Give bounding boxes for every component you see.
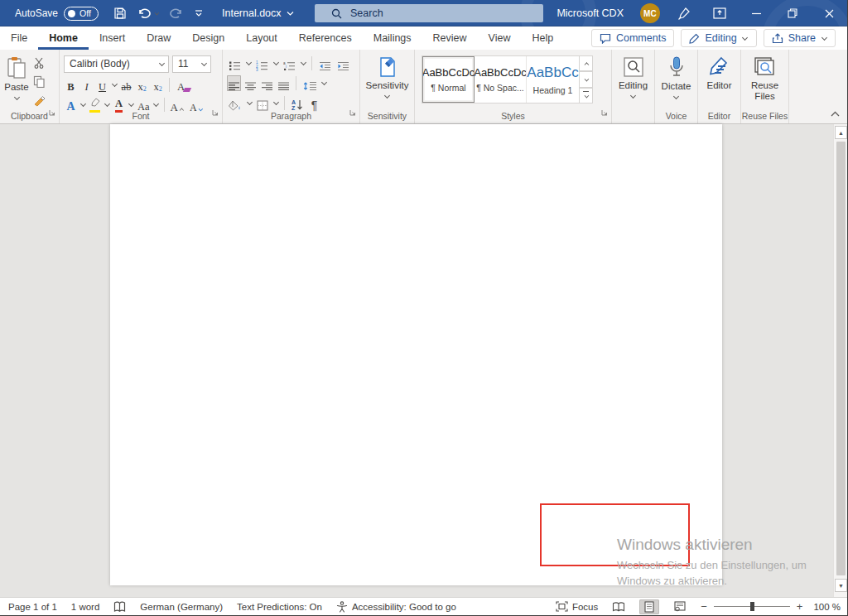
restore-button[interactable] — [774, 0, 811, 26]
font-dialog-launcher-icon[interactable] — [211, 105, 219, 120]
align-right-button[interactable] — [260, 75, 274, 91]
line-spacing-button[interactable] — [301, 75, 318, 91]
numbering-button[interactable]: 123 — [254, 55, 270, 71]
accessibility-status[interactable]: Accessibility: Good to go — [336, 601, 456, 613]
sensitivity-button[interactable]: Sensitivity — [360, 54, 414, 99]
pen-ink-icon[interactable] — [667, 0, 701, 26]
bullets-button[interactable] — [227, 55, 243, 71]
document-title[interactable]: Internal.docx — [222, 0, 294, 26]
subscript-button[interactable]: x2 — [135, 77, 149, 93]
print-layout-button[interactable] — [639, 599, 659, 614]
scrollbar-thumb[interactable] — [836, 142, 846, 575]
focus-mode-button[interactable]: Focus — [556, 601, 598, 612]
collapse-ribbon-button[interactable] — [830, 107, 841, 122]
scroll-up-button[interactable]: ▲ — [835, 126, 847, 139]
search-input[interactable]: Search — [315, 4, 543, 22]
superscript-button[interactable]: x2 — [151, 77, 165, 93]
line-spacing-chevron-icon[interactable] — [320, 79, 327, 86]
zoom-slider-thumb[interactable] — [750, 602, 754, 611]
grow-font-button[interactable]: A — [169, 97, 186, 113]
dictate-button[interactable]: Dictate — [655, 54, 697, 100]
font-family-combobox[interactable]: Calibri (Body) — [64, 55, 169, 73]
italic-button[interactable]: I — [80, 77, 94, 93]
tab-insert[interactable]: Insert — [89, 26, 136, 50]
zoom-out-button[interactable]: − — [701, 600, 707, 613]
multilevel-chevron-icon[interactable] — [300, 60, 306, 66]
styles-more-button[interactable] — [580, 88, 593, 103]
align-center-button[interactable] — [243, 75, 258, 91]
page-indicator[interactable]: Page 1 of 1 — [8, 602, 57, 612]
shrink-font-button[interactable]: A — [188, 97, 205, 113]
align-left-button[interactable] — [227, 75, 241, 91]
font-color-button[interactable]: A — [112, 97, 126, 113]
change-case-button[interactable]: Aa — [136, 97, 152, 113]
tab-mailings[interactable]: Mailings — [363, 26, 422, 50]
shading-chevron-icon[interactable] — [246, 99, 253, 106]
styles-scroll-up-button[interactable] — [580, 55, 593, 71]
multilevel-list-button[interactable]: ai — [282, 55, 297, 71]
show-hide-marks-button[interactable]: ¶ — [307, 95, 321, 111]
justify-button[interactable] — [277, 75, 291, 91]
tab-draw[interactable]: Draw — [136, 26, 181, 50]
tab-references[interactable]: References — [288, 26, 363, 50]
proofing-status-icon[interactable] — [113, 601, 126, 613]
minimize-button[interactable] — [738, 0, 774, 26]
editing-button[interactable]: Editing — [612, 54, 654, 99]
share-button[interactable]: Share — [764, 29, 836, 47]
style-normal[interactable]: AaBbCcDc ¶ Normal — [422, 56, 475, 103]
styles-scroll-down-button[interactable] — [580, 71, 593, 87]
zoom-level[interactable]: 100 % — [813, 602, 841, 612]
highlight-chevron-icon[interactable] — [104, 101, 110, 108]
sort-button[interactable]: A Z — [290, 95, 305, 111]
format-painter-button[interactable] — [33, 94, 46, 110]
styles-dialog-launcher-icon[interactable] — [600, 105, 609, 120]
autosave-pill[interactable]: Off — [64, 7, 99, 21]
language-indicator[interactable]: German (Germany) — [140, 602, 223, 612]
comments-button[interactable]: Comments — [591, 29, 674, 47]
bold-button[interactable]: B — [64, 77, 78, 93]
tab-home[interactable]: Home — [38, 26, 89, 50]
word-count[interactable]: 1 word — [71, 602, 100, 612]
text-predictions-indicator[interactable]: Text Predictions: On — [237, 602, 322, 612]
reuse-files-button[interactable]: Reuse Files — [741, 54, 788, 102]
clipboard-dialog-launcher-icon[interactable] — [48, 105, 56, 120]
undo-button[interactable] — [137, 7, 160, 20]
vertical-scrollbar[interactable]: ▲ ▼ — [833, 124, 847, 598]
text-effects-chevron-icon[interactable] — [80, 101, 86, 108]
clear-formatting-button[interactable]: A — [174, 77, 188, 93]
tab-review[interactable]: Review — [422, 26, 478, 50]
zoom-in-button[interactable]: + — [797, 600, 803, 613]
zoom-slider-track[interactable] — [714, 606, 790, 607]
tab-design[interactable]: Design — [181, 26, 235, 50]
text-effects-button[interactable]: A — [64, 97, 78, 113]
change-case-chevron-icon[interactable] — [153, 101, 160, 108]
tab-view[interactable]: View — [478, 26, 522, 50]
style-heading1[interactable]: AaBbCc Heading 1 — [527, 56, 579, 103]
web-layout-button[interactable] — [670, 599, 690, 614]
bullets-chevron-icon[interactable] — [245, 60, 252, 66]
font-color-chevron-icon[interactable] — [128, 101, 134, 108]
close-button[interactable] — [811, 0, 847, 26]
paragraph-dialog-launcher-icon[interactable] — [349, 105, 357, 120]
highlight-color-button[interactable] — [88, 97, 102, 113]
borders-button[interactable] — [255, 95, 270, 111]
style-no-spacing[interactable]: AaBbCcDc ¶ No Spac... — [475, 56, 527, 103]
cut-button[interactable] — [33, 57, 46, 72]
font-size-combobox[interactable]: 11 — [172, 55, 211, 73]
tab-file[interactable]: File — [0, 26, 38, 50]
scroll-down-button[interactable]: ▼ — [835, 579, 847, 592]
account-name[interactable]: Microsoft CDX — [547, 0, 634, 26]
tab-layout[interactable]: Layout — [235, 26, 288, 50]
autosave-toggle[interactable]: AutoSave Off — [15, 7, 99, 21]
underline-options-chevron-icon[interactable] — [111, 81, 118, 88]
customize-quick-access-toolbar-icon[interactable] — [194, 8, 204, 18]
redo-button[interactable] — [170, 7, 184, 20]
borders-chevron-icon[interactable] — [272, 99, 279, 106]
copy-button[interactable] — [33, 75, 46, 91]
increase-indent-button[interactable] — [335, 55, 351, 71]
editing-mode-button[interactable]: Editing — [681, 29, 756, 47]
shading-button[interactable] — [227, 95, 243, 111]
numbering-chevron-icon[interactable] — [272, 60, 279, 66]
strikethrough-button[interactable]: ab — [119, 77, 133, 93]
decrease-indent-button[interactable] — [317, 55, 333, 71]
